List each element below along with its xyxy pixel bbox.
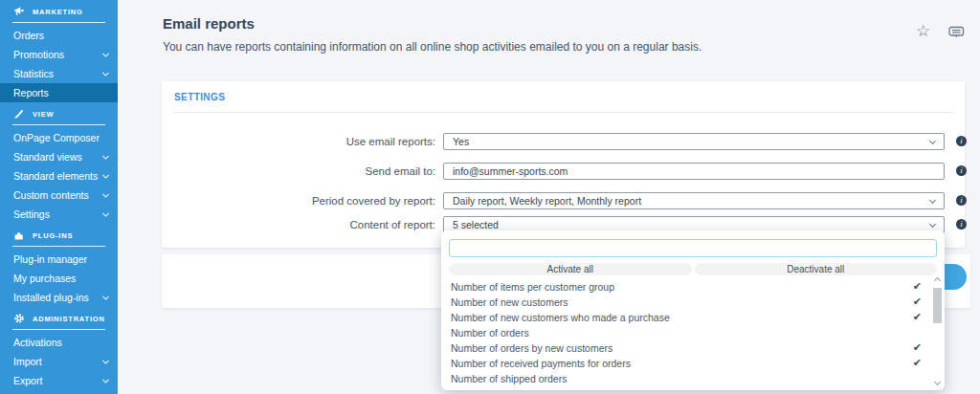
dropdown-option-label: Number of orders: [451, 327, 529, 339]
select-field-period-covered-by-report[interactable]: Daily report, Weekly report, Monthly rep…: [443, 192, 945, 209]
sidebar-section-header: MARKETING: [12, 6, 105, 23]
sidebar-section: MARKETING OrdersPromotionsStatisticsRepo…: [0, 6, 118, 102]
sidebar-item-label: Statistics: [13, 68, 54, 79]
checkmark-icon: ✔: [913, 311, 922, 323]
dropdown-option[interactable]: Number of shipped orders: [441, 371, 929, 386]
favorite-star-icon[interactable]: ☆: [916, 21, 930, 41]
checkmark-icon: ✔: [913, 341, 922, 354]
dropdown-option[interactable]: Number of received payments for orders ✔: [441, 356, 929, 371]
chevron-down-icon: [102, 172, 109, 179]
chevron-down-icon: [102, 153, 109, 160]
select-value: Yes: [453, 136, 469, 147]
dropdown-option-label: Number of new customers who made a purch…: [451, 312, 670, 323]
checkmark-icon: ✔: [913, 357, 922, 369]
sidebar-item-label: Export: [13, 375, 42, 386]
sidebar: MARKETING OrdersPromotionsStatisticsRepo…: [0, 0, 118, 394]
sidebar-item-standard-views[interactable]: Standard views: [0, 147, 118, 166]
page-description: You can have reports containing informat…: [163, 40, 702, 54]
select-value: Daily report, Weekly report, Monthly rep…: [453, 195, 641, 207]
sidebar-item-settings[interactable]: Settings: [0, 205, 118, 224]
sidebar-item-my-purchases[interactable]: My purchases: [0, 269, 118, 288]
comment-icon[interactable]: [948, 26, 965, 43]
sidebar-section-header: ADMINISTRATION: [12, 313, 105, 330]
activate-all-button[interactable]: Activate all: [449, 263, 692, 275]
main-content: Email reports You can have reports conta…: [118, 0, 980, 394]
field-label: Use email reports:: [162, 136, 435, 147]
info-icon[interactable]: [956, 195, 967, 206]
dropdown-scrollbar: [933, 276, 942, 385]
sidebar-section-header: PLUG-INS: [12, 230, 105, 247]
sidebar-item-label: Promotions: [13, 49, 64, 60]
form-row: Use email reports: Yes: [162, 133, 965, 150]
dropdown-option-label: Number of new customers: [451, 296, 568, 308]
sidebar-item-label: My purchases: [13, 273, 76, 284]
form-row: Send email to:: [162, 163, 965, 180]
sidebar-item-orders[interactable]: Orders: [0, 26, 118, 45]
puzzle-icon: [12, 230, 25, 241]
dropdown-option[interactable]: Number of orders: [441, 325, 929, 340]
paintbrush-icon: [12, 108, 25, 120]
sidebar-item-payment-methods[interactable]: Payment methods: [0, 390, 118, 394]
dropdown-option-label: Number of orders by new customers: [451, 342, 612, 354]
sidebar-item-label: Installed plug-ins: [13, 292, 89, 303]
sidebar-item-reports[interactable]: Reports: [0, 83, 118, 102]
dropdown-option-label: Number of shipped orders: [451, 373, 567, 384]
scroll-up-icon[interactable]: [934, 277, 941, 284]
field-label: Send email to:: [162, 165, 435, 177]
info-icon[interactable]: [956, 219, 967, 230]
sidebar-item-export[interactable]: Export: [0, 371, 118, 390]
email-field[interactable]: [443, 163, 945, 180]
info-icon[interactable]: [956, 136, 967, 146]
info-icon[interactable]: [956, 165, 967, 176]
field-label: Content of report:: [162, 219, 435, 230]
deactivate-all-button[interactable]: Deactivate all: [695, 263, 938, 275]
scroll-down-icon[interactable]: [934, 379, 941, 385]
sidebar-item-label: Standard elements: [13, 170, 98, 182]
sidebar-section: ADMINISTRATION ActivationsImportExportPa…: [0, 313, 118, 394]
chevron-down-icon: [102, 358, 109, 364]
dropdown-search-input[interactable]: [449, 239, 937, 257]
field-label: Period covered by report:: [162, 195, 435, 207]
chevron-down-icon: [102, 210, 109, 217]
sidebar-item-label: Settings: [13, 208, 50, 220]
sidebar-section: VIEW OnPage ComposerStandard viewsStanda…: [0, 108, 118, 224]
sidebar-section-label: MARKETING: [33, 8, 83, 16]
chevron-down-icon: [102, 377, 109, 383]
sidebar-item-installed-plug-ins[interactable]: Installed plug-ins: [0, 288, 118, 307]
checkmark-icon: ✔: [913, 280, 922, 293]
chevron-down-icon: [102, 294, 109, 300]
chevron-down-icon: [102, 51, 109, 57]
dropdown-option[interactable]: Number of items per customer group ✔: [441, 279, 929, 295]
sidebar-section-label: ADMINISTRATION: [33, 315, 105, 323]
select-field-use-email-reports[interactable]: Yes: [443, 133, 945, 150]
sidebar-item-label: Reports: [13, 87, 49, 98]
sidebar-item-onpage-composer[interactable]: OnPage Composer: [0, 128, 118, 147]
sidebar-item-label: Custom contents: [13, 189, 89, 201]
sidebar-item-promotions[interactable]: Promotions: [0, 45, 118, 64]
form-row: Period covered by report: Daily report, …: [162, 192, 965, 209]
gear-icon: [12, 313, 25, 324]
chevron-down-icon: [102, 191, 109, 198]
megaphone-icon: [12, 6, 25, 17]
sidebar-item-custom-contents[interactable]: Custom contents: [0, 186, 118, 205]
scrollbar-thumb[interactable]: [933, 288, 942, 323]
sidebar-item-label: Import: [13, 356, 42, 367]
checkmark-icon: ✔: [913, 296, 922, 308]
chevron-down-icon: [102, 70, 109, 77]
sidebar-item-import[interactable]: Import: [0, 352, 118, 371]
sidebar-item-standard-elements[interactable]: Standard elements: [0, 166, 118, 186]
divider: [173, 112, 953, 113]
content-of-report-dropdown: Activate all Deactivate all Number of it…: [441, 230, 945, 390]
settings-panel-title: SETTINGS: [174, 92, 225, 102]
dropdown-option[interactable]: Number of new customers ✔: [441, 295, 929, 310]
dropdown-option[interactable]: Number of new customers who made a purch…: [441, 310, 929, 325]
dropdown-option[interactable]: Number of orders by new customers ✔: [441, 340, 929, 356]
sidebar-section-label: VIEW: [33, 110, 54, 119]
sidebar-item-activations[interactable]: Activations: [0, 333, 118, 352]
sidebar-item-plug-in-manager[interactable]: Plug-in manager: [0, 250, 118, 269]
sidebar-item-statistics[interactable]: Statistics: [0, 64, 118, 83]
sidebar-section: PLUG-INS Plug-in managerMy purchasesInst…: [0, 230, 118, 307]
sidebar-section-label: PLUG-INS: [33, 231, 73, 240]
select-value: 5 selected: [453, 219, 499, 230]
sidebar-item-label: Activations: [13, 337, 62, 348]
